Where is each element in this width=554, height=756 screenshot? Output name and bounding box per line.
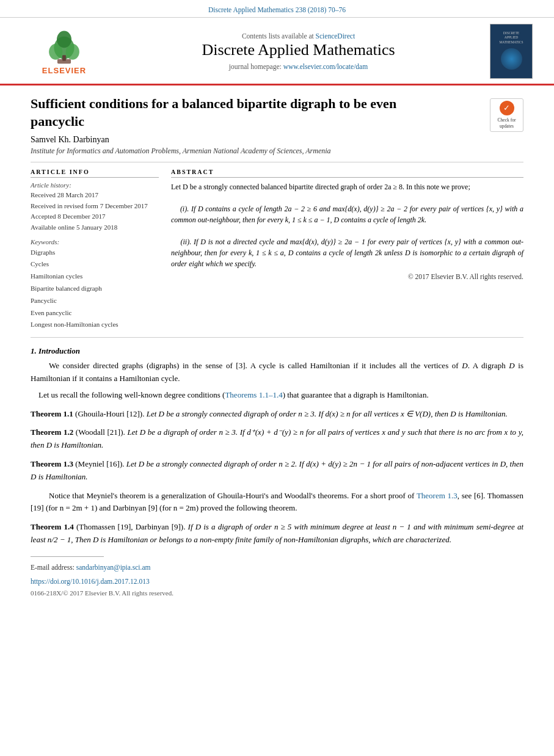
page: Discrete Applied Mathematics 238 (2018) … (0, 0, 554, 756)
journal-citation-link[interactable]: Discrete Applied Mathematics 238 (2018) … (208, 6, 346, 13)
cover-decoration (501, 48, 522, 70)
copyright-text: © 2017 Elsevier B.V. All rights reserved… (171, 273, 523, 280)
article-body: ✓ Check for updates Sufficient condition… (0, 85, 554, 610)
theorem12-citation: (Woodall [21]). (73, 427, 125, 437)
journal-homepage-link[interactable]: www.elsevier.com/locate/dam (283, 63, 368, 70)
theorems-link[interactable]: Theorems 1.1–1.4 (225, 390, 282, 399)
elsevier-tree-icon (40, 28, 89, 65)
history-label: Article history: (31, 181, 159, 189)
abstract-heading: ABSTRACT (171, 169, 523, 178)
section1-title: 1. Introduction (31, 346, 523, 356)
theorem13-ref-link[interactable]: Theorem 1.3 (417, 491, 457, 500)
svg-rect-6 (62, 55, 66, 60)
info-abstract-section: ARTICLE INFO Article history: Received 2… (31, 169, 523, 338)
footnote-email: E-mail address: sandarbinyan@ipia.sci.am (31, 562, 523, 573)
journal-header: ELSEVIER Contents lists available at Sci… (0, 18, 554, 85)
email-link[interactable]: sandarbinyan@ipia.sci.am (76, 564, 151, 571)
info-dates: Received 28 March 2017 Received in revis… (31, 190, 159, 233)
theorem11-citation: (Ghouila-Houri [12]). (73, 409, 145, 418)
svg-point-4 (57, 31, 71, 48)
title-area: ✓ Check for updates Sufficient condition… (31, 95, 523, 130)
top-citation-bar: Discrete Applied Mathematics 238 (2018) … (0, 0, 554, 18)
doi-link[interactable]: https://doi.org/10.1016/j.dam.2017.12.01… (31, 578, 150, 585)
journal-title: Discrete Applied Mathematics (202, 41, 395, 59)
keywords-label: Keywords: (31, 238, 159, 245)
elsevier-label-text: ELSEVIER (42, 66, 86, 75)
article-info-column: ARTICLE INFO Article history: Received 2… (31, 169, 159, 331)
header-center: Contents lists available at ScienceDirec… (110, 24, 487, 79)
title-divider (31, 162, 523, 162)
journal-cover-area: DISCRETEAPPLIEDMATHEMATICS (487, 24, 536, 79)
journal-cover-image: DISCRETEAPPLIEDMATHEMATICS (490, 24, 533, 79)
intro-para2: Let us recall the following well-known d… (31, 389, 523, 402)
check-updates-icon: ✓ (500, 101, 514, 115)
issn-text: 0166-218X/© 2017 Elsevier B.V. All right… (31, 589, 173, 597)
contents-available-text: Contents lists available at ScienceDirec… (242, 32, 355, 40)
theorem11-label: Theorem 1.1 (31, 409, 73, 418)
check-updates-badge: ✓ Check for updates (490, 98, 523, 132)
theorem-1-3: Theorem 1.3 (Meyniel [16]). Let D be a s… (31, 458, 523, 484)
footnote-divider (31, 556, 104, 557)
issn-block: 0166-218X/© 2017 Elsevier B.V. All right… (31, 588, 523, 598)
article-title: Sufficient conditions for a balanced bip… (31, 95, 446, 130)
theorem-1-2: Theorem 1.2 (Woodall [21]). Let D be a d… (31, 426, 523, 452)
check-updates-text: Check for updates (490, 117, 523, 129)
theorem14-citation: (Thomassen [19], Darbinyan [9]). (74, 522, 186, 531)
journal-homepage: journal homepage: www.elsevier.com/locat… (229, 63, 368, 70)
abstract-text: Let D be a strongly connected balanced b… (171, 181, 523, 269)
elsevier-logo-area: ELSEVIER (18, 24, 110, 79)
article-info-heading: ARTICLE INFO (31, 169, 159, 178)
abstract-column: ABSTRACT Let D be a strongly connected b… (171, 169, 523, 331)
notice-para: Notice that Meyniel's theorem is a gener… (31, 490, 523, 515)
keywords-list: Digraphs Cycles Hamiltonian cycles Bipar… (31, 247, 159, 332)
theorem13-label: Theorem 1.3 (31, 459, 73, 468)
theorem14-label: Theorem 1.4 (31, 522, 74, 531)
theorem12-label: Theorem 1.2 (31, 427, 73, 437)
theorem11-text: Let D be a strongly connected digraph of… (144, 409, 507, 418)
intro-para1: We consider directed graphs (digraphs) i… (31, 360, 523, 385)
author-name: Samvel Kh. Darbinyan (31, 135, 523, 145)
theorem-1-1: Theorem 1.1 (Ghouila-Houri [12]). Let D … (31, 408, 523, 421)
theorem-1-4: Theorem 1.4 (Thomassen [19], Darbinyan [… (31, 521, 523, 547)
theorem13-citation: (Meyniel [16]). (73, 459, 125, 468)
sciencedirect-link[interactable]: ScienceDirect (316, 32, 355, 40)
email-label: E-mail address: (31, 564, 75, 571)
author-affiliation: Institute for Informatics and Automation… (31, 147, 523, 156)
doi-block: https://doi.org/10.1016/j.dam.2017.12.01… (31, 576, 523, 586)
elsevier-logo: ELSEVIER (40, 28, 89, 75)
